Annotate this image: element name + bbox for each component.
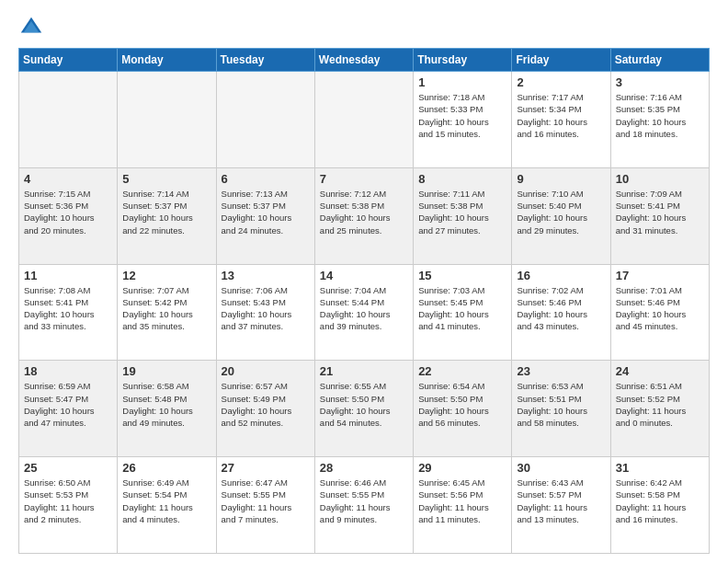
day-info: Sunrise: 7:07 AM Sunset: 5:42 PM Dayligh…: [122, 284, 210, 333]
day-number: 2: [517, 75, 605, 89]
calendar-cell: 1Sunrise: 7:18 AM Sunset: 5:33 PM Daylig…: [414, 72, 512, 168]
day-info: Sunrise: 6:58 AM Sunset: 5:48 PM Dayligh…: [122, 380, 210, 429]
day-number: 8: [418, 172, 506, 186]
calendar-cell: 14Sunrise: 7:04 AM Sunset: 5:44 PM Dayli…: [314, 264, 413, 361]
calendar-cell: 25Sunrise: 6:50 AM Sunset: 5:53 PM Dayli…: [19, 457, 118, 554]
day-number: 13: [222, 269, 310, 282]
day-info: Sunrise: 7:12 AM Sunset: 5:38 PM Dayligh…: [320, 188, 408, 236]
day-number: 31: [616, 461, 704, 475]
calendar-table: SundayMondayTuesdayWednesdayThursdayFrid…: [18, 48, 710, 554]
calendar-header-thursday: Thursday: [414, 49, 512, 72]
day-info: Sunrise: 6:53 AM Sunset: 5:51 PM Dayligh…: [517, 380, 605, 429]
calendar-week-2: 11Sunrise: 7:08 AM Sunset: 5:41 PM Dayli…: [19, 264, 710, 361]
calendar-cell: 28Sunrise: 6:46 AM Sunset: 5:55 PM Dayli…: [314, 457, 413, 554]
calendar-cell: 29Sunrise: 6:45 AM Sunset: 5:56 PM Dayli…: [414, 457, 512, 554]
calendar-week-3: 18Sunrise: 6:59 AM Sunset: 5:47 PM Dayli…: [19, 361, 710, 457]
calendar-cell: 11Sunrise: 7:08 AM Sunset: 5:41 PM Dayli…: [19, 264, 118, 361]
day-info: Sunrise: 7:10 AM Sunset: 5:40 PM Dayligh…: [517, 188, 605, 236]
day-info: Sunrise: 6:55 AM Sunset: 5:50 PM Dayligh…: [320, 380, 408, 429]
day-info: Sunrise: 6:57 AM Sunset: 5:49 PM Dayligh…: [222, 380, 310, 429]
day-number: 25: [24, 461, 112, 475]
calendar-week-0: 1Sunrise: 7:18 AM Sunset: 5:33 PM Daylig…: [19, 72, 710, 168]
day-number: 14: [320, 269, 408, 282]
calendar-cell: [118, 72, 216, 168]
day-info: Sunrise: 7:18 AM Sunset: 5:33 PM Dayligh…: [418, 91, 506, 140]
day-number: 1: [418, 75, 506, 89]
day-number: 11: [24, 269, 112, 282]
calendar-cell: 7Sunrise: 7:12 AM Sunset: 5:38 PM Daylig…: [314, 167, 413, 264]
day-info: Sunrise: 6:47 AM Sunset: 5:55 PM Dayligh…: [222, 477, 310, 525]
day-info: Sunrise: 6:45 AM Sunset: 5:56 PM Dayligh…: [418, 477, 506, 525]
day-info: Sunrise: 7:04 AM Sunset: 5:44 PM Dayligh…: [320, 284, 408, 333]
logo-icon: [18, 15, 44, 40]
logo: [18, 15, 48, 40]
calendar-cell: 6Sunrise: 7:13 AM Sunset: 5:37 PM Daylig…: [216, 167, 314, 264]
calendar-cell: 30Sunrise: 6:43 AM Sunset: 5:57 PM Dayli…: [512, 457, 610, 554]
calendar-cell: 23Sunrise: 6:53 AM Sunset: 5:51 PM Dayli…: [512, 361, 610, 457]
calendar-cell: 9Sunrise: 7:10 AM Sunset: 5:40 PM Daylig…: [512, 167, 610, 264]
calendar-cell: [216, 72, 314, 168]
day-number: 4: [24, 172, 112, 186]
day-info: Sunrise: 6:42 AM Sunset: 5:58 PM Dayligh…: [616, 477, 704, 525]
calendar-week-4: 25Sunrise: 6:50 AM Sunset: 5:53 PM Dayli…: [19, 457, 710, 554]
calendar-header-friday: Friday: [512, 49, 610, 72]
day-number: 12: [122, 269, 210, 282]
calendar-cell: 15Sunrise: 7:03 AM Sunset: 5:45 PM Dayli…: [414, 264, 512, 361]
day-info: Sunrise: 7:02 AM Sunset: 5:46 PM Dayligh…: [517, 284, 605, 333]
day-info: Sunrise: 6:59 AM Sunset: 5:47 PM Dayligh…: [24, 380, 112, 429]
calendar-cell: 22Sunrise: 6:54 AM Sunset: 5:50 PM Dayli…: [414, 361, 512, 457]
calendar-cell: 20Sunrise: 6:57 AM Sunset: 5:49 PM Dayli…: [216, 361, 314, 457]
day-info: Sunrise: 6:46 AM Sunset: 5:55 PM Dayligh…: [320, 477, 408, 525]
calendar-cell: 18Sunrise: 6:59 AM Sunset: 5:47 PM Dayli…: [19, 361, 118, 457]
day-number: 28: [320, 461, 408, 475]
calendar-cell: 17Sunrise: 7:01 AM Sunset: 5:46 PM Dayli…: [610, 264, 709, 361]
day-number: 23: [517, 364, 605, 378]
day-number: 22: [418, 364, 506, 378]
calendar-cell: 4Sunrise: 7:15 AM Sunset: 5:36 PM Daylig…: [19, 167, 118, 264]
day-info: Sunrise: 7:13 AM Sunset: 5:37 PM Dayligh…: [222, 188, 310, 236]
day-number: 17: [616, 269, 704, 282]
day-number: 26: [122, 461, 210, 475]
day-info: Sunrise: 6:54 AM Sunset: 5:50 PM Dayligh…: [418, 380, 506, 429]
day-number: 16: [517, 269, 605, 282]
calendar-header-wednesday: Wednesday: [314, 49, 413, 72]
day-info: Sunrise: 7:17 AM Sunset: 5:34 PM Dayligh…: [517, 91, 605, 140]
day-info: Sunrise: 7:14 AM Sunset: 5:37 PM Dayligh…: [122, 188, 210, 236]
calendar-cell: 21Sunrise: 6:55 AM Sunset: 5:50 PM Dayli…: [314, 361, 413, 457]
day-info: Sunrise: 7:15 AM Sunset: 5:36 PM Dayligh…: [24, 188, 112, 236]
day-number: 27: [222, 461, 310, 475]
calendar-header-saturday: Saturday: [610, 49, 709, 72]
day-number: 29: [418, 461, 506, 475]
calendar-cell: 10Sunrise: 7:09 AM Sunset: 5:41 PM Dayli…: [610, 167, 709, 264]
calendar-cell: 8Sunrise: 7:11 AM Sunset: 5:38 PM Daylig…: [414, 167, 512, 264]
day-info: Sunrise: 6:43 AM Sunset: 5:57 PM Dayligh…: [517, 477, 605, 525]
day-number: 10: [616, 172, 704, 186]
calendar-cell: 5Sunrise: 7:14 AM Sunset: 5:37 PM Daylig…: [118, 167, 216, 264]
day-number: 6: [222, 172, 310, 186]
calendar-cell: 19Sunrise: 6:58 AM Sunset: 5:48 PM Dayli…: [118, 361, 216, 457]
calendar-cell: 24Sunrise: 6:51 AM Sunset: 5:52 PM Dayli…: [610, 361, 709, 457]
day-number: 5: [122, 172, 210, 186]
calendar-header-tuesday: Tuesday: [216, 49, 314, 72]
calendar-header-sunday: Sunday: [19, 49, 118, 72]
day-info: Sunrise: 7:16 AM Sunset: 5:35 PM Dayligh…: [616, 91, 704, 140]
calendar-header-row: SundayMondayTuesdayWednesdayThursdayFrid…: [19, 49, 710, 72]
calendar-header-monday: Monday: [118, 49, 216, 72]
day-info: Sunrise: 7:11 AM Sunset: 5:38 PM Dayligh…: [418, 188, 506, 236]
calendar-cell: [314, 72, 413, 168]
day-info: Sunrise: 7:01 AM Sunset: 5:46 PM Dayligh…: [616, 284, 704, 333]
day-number: 18: [24, 364, 112, 378]
day-info: Sunrise: 6:49 AM Sunset: 5:54 PM Dayligh…: [122, 477, 210, 525]
day-number: 9: [517, 172, 605, 186]
day-number: 30: [517, 461, 605, 475]
day-number: 21: [320, 364, 408, 378]
day-number: 19: [122, 364, 210, 378]
calendar-cell: 31Sunrise: 6:42 AM Sunset: 5:58 PM Dayli…: [610, 457, 709, 554]
calendar-cell: 16Sunrise: 7:02 AM Sunset: 5:46 PM Dayli…: [512, 264, 610, 361]
calendar-cell: 13Sunrise: 7:06 AM Sunset: 5:43 PM Dayli…: [216, 264, 314, 361]
header: [18, 15, 710, 40]
calendar-cell: 27Sunrise: 6:47 AM Sunset: 5:55 PM Dayli…: [216, 457, 314, 554]
day-info: Sunrise: 7:08 AM Sunset: 5:41 PM Dayligh…: [24, 284, 112, 333]
day-number: 20: [222, 364, 310, 378]
day-number: 15: [418, 269, 506, 282]
